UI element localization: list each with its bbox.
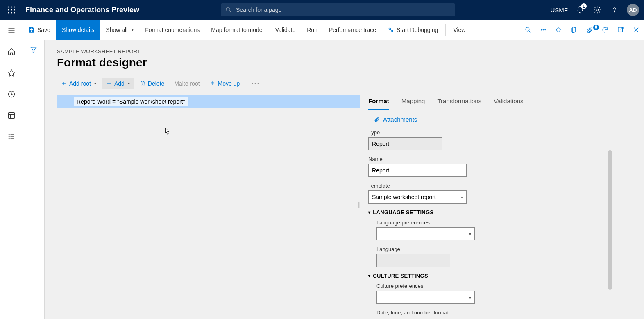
section-culture-settings[interactable]: ▾CULTURE SETTINGS — [368, 273, 611, 279]
chevron-down-icon: ▾ — [128, 81, 130, 86]
svg-point-23 — [9, 136, 9, 137]
dtf-label: Date, time, and number format — [376, 310, 611, 316]
map-format-to-model-button[interactable]: Map format to model — [205, 20, 269, 40]
add-root-label: Add root — [69, 80, 91, 87]
settings-gear-icon[interactable] — [592, 5, 602, 15]
save-button[interactable]: Save — [23, 20, 56, 40]
view-button[interactable]: View — [447, 20, 471, 40]
user-avatar[interactable]: AD — [627, 4, 639, 16]
type-label: Type — [368, 129, 611, 136]
workspaces-icon[interactable] — [7, 111, 16, 120]
start-debugging-button[interactable]: Start Debugging — [382, 20, 444, 40]
validate-button[interactable]: Validate — [270, 20, 302, 40]
svg-point-2 — [14, 7, 15, 8]
help-icon[interactable] — [610, 5, 619, 15]
popout-icon[interactable] — [613, 26, 628, 34]
global-search[interactable]: Search for a page — [221, 3, 455, 16]
field-dtf: Date, time, and number format — [376, 310, 611, 316]
field-language-preferences: Language preferences ▾ — [376, 219, 611, 240]
culture-pref-label: Culture preferences — [376, 283, 611, 289]
culture-preferences-select[interactable]: ▾ — [376, 291, 475, 304]
language-section-label: LANGUAGE SETTINGS — [373, 209, 433, 215]
attachments-link[interactable]: Attachments — [374, 116, 611, 123]
delete-button[interactable]: Delete — [136, 78, 168, 89]
tree-toolbar: Add root▾ Add▾ Delete Make root Move up … — [57, 77, 632, 90]
add-button[interactable]: Add▾ — [102, 78, 134, 89]
field-name: Name — [368, 156, 611, 177]
properties-panel: || Format Mapping Transformations Valida… — [360, 95, 614, 317]
format-enumerations-button[interactable]: Format enumerations — [139, 20, 205, 40]
tab-format[interactable]: Format — [368, 95, 389, 110]
company-code[interactable]: USMF — [551, 7, 568, 14]
favorites-star-icon[interactable] — [7, 68, 16, 78]
field-language: Language — [376, 246, 611, 267]
add-label: Add — [114, 80, 125, 87]
search-icon — [225, 7, 232, 13]
filter-icon[interactable] — [30, 46, 37, 319]
svg-point-6 — [8, 12, 9, 14]
type-value: Report — [368, 137, 442, 150]
svg-point-33 — [541, 29, 542, 30]
splitter-grip-icon[interactable]: || — [358, 201, 359, 208]
svg-point-9 — [226, 7, 230, 11]
start-debug-label: Start Debugging — [397, 27, 438, 33]
recent-clock-icon[interactable] — [7, 89, 16, 99]
attachments-icon[interactable]: 0 — [582, 26, 597, 34]
top-navbar: Finance and Operations Preview Search fo… — [0, 0, 644, 20]
office-icon[interactable] — [566, 26, 582, 34]
show-all-label: Show all — [106, 27, 127, 33]
svg-marker-41 — [31, 47, 36, 53]
performance-trace-button[interactable]: Performance trace — [323, 20, 382, 40]
notification-bell-icon[interactable]: 1 — [575, 5, 585, 15]
tab-validations[interactable]: Validations — [494, 95, 523, 110]
template-label: Template — [368, 183, 611, 189]
move-up-button[interactable]: Move up — [206, 78, 244, 89]
more-tree-button[interactable]: ··· — [245, 77, 265, 90]
run-label: Run — [307, 27, 317, 33]
format-tree: Report: Word = "Sample worksheet report" — [57, 95, 360, 317]
language-preferences-select[interactable]: ▾ — [376, 227, 475, 240]
template-select[interactable]: Sample worksheet report ▾ — [368, 190, 467, 204]
name-input[interactable] — [368, 164, 467, 177]
attachments-label: Attachments — [383, 116, 417, 123]
close-icon[interactable] — [628, 26, 644, 34]
diamond-icon[interactable] — [551, 26, 566, 34]
svg-rect-18 — [8, 113, 14, 119]
tab-transformations[interactable]: Transformations — [437, 95, 481, 110]
show-details-button[interactable]: Show details — [56, 20, 100, 40]
run-button[interactable]: Run — [301, 20, 323, 40]
tree-node-label: Report: Word = "Sample worksheet report" — [74, 97, 188, 106]
save-label: Save — [37, 27, 50, 33]
hamburger-icon[interactable] — [7, 25, 16, 35]
refresh-icon[interactable] — [597, 26, 613, 34]
svg-point-7 — [11, 12, 12, 14]
collapse-icon: ▾ — [368, 210, 370, 215]
home-icon[interactable] — [7, 47, 16, 57]
page-title: Format designer — [57, 56, 632, 69]
add-root-button[interactable]: Add root▾ — [57, 78, 100, 89]
tree-node-report[interactable]: Report: Word = "Sample worksheet report" — [57, 95, 360, 108]
perf-label: Performance trace — [329, 27, 376, 33]
tab-mapping[interactable]: Mapping — [401, 95, 425, 110]
svg-marker-16 — [8, 70, 15, 77]
show-all-button[interactable]: Show all▾ — [100, 20, 139, 40]
breadcrumb: SAMPLE WORKSHEET REPORT : 1 — [57, 48, 632, 54]
show-details-label: Show details — [62, 27, 94, 33]
app-launcher-icon[interactable] — [5, 3, 18, 16]
section-language-settings[interactable]: ▾LANGUAGE SETTINGS — [368, 209, 611, 215]
svg-point-21 — [9, 134, 9, 135]
svg-point-12 — [614, 11, 615, 12]
more-button[interactable] — [536, 26, 551, 34]
chevron-down-icon: ▾ — [94, 81, 96, 86]
svg-point-25 — [9, 138, 9, 139]
modules-icon[interactable] — [7, 132, 16, 142]
find-button[interactable] — [520, 26, 536, 34]
svg-line-32 — [529, 31, 531, 32]
language-value — [376, 254, 450, 267]
notification-badge: 1 — [581, 3, 587, 9]
scrollbar[interactable] — [608, 150, 612, 290]
svg-line-10 — [229, 11, 231, 12]
svg-line-38 — [621, 27, 623, 30]
svg-point-4 — [11, 9, 12, 11]
chevron-down-icon: ▾ — [469, 232, 471, 236]
